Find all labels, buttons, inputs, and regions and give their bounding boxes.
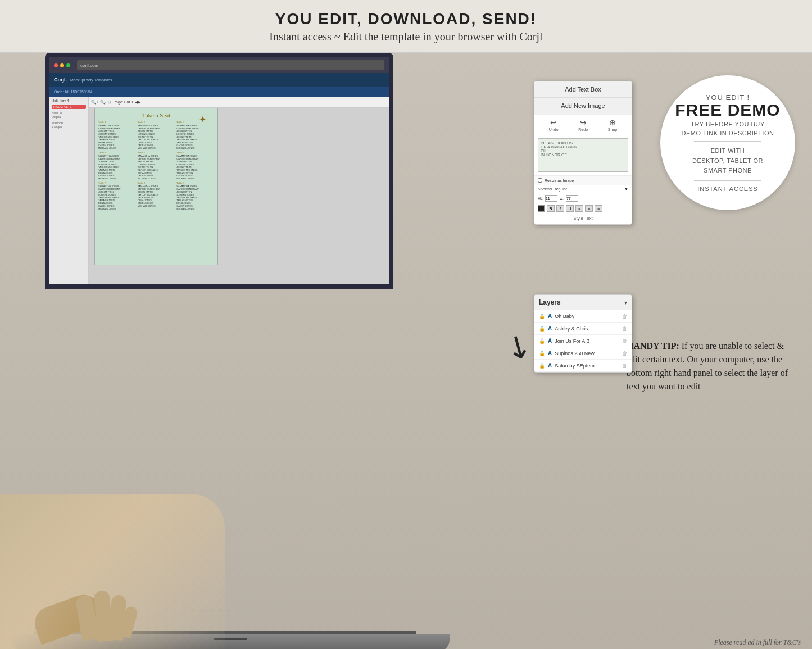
main-content: corjl.com Corjl. MockupParty Templates O… [0,53,812,649]
layer-item-ashley-chris[interactable]: 🔒 A Ashley & Chris 🗑 [534,323,632,335]
underline-icon[interactable]: U [566,205,574,212]
layer-item-oh-baby[interactable]: 🔒 A Oh Baby 🗑 [534,310,632,323]
demo-free-demo-label: FREE DEMO [675,102,780,119]
table-group-4: Table 4 SAMANTHA JONES CARRIE BRADSHAW J… [98,151,136,180]
arrows-btn[interactable]: ◀▶ [135,100,140,105]
bold-icon[interactable]: B [547,205,555,212]
handy-tip-title: HANDY TIP: [627,341,679,351]
layer-name-saturday: Saturday SEptem [555,363,619,369]
size-w-input[interactable] [566,195,578,202]
snap-icon: ⊕ [608,118,617,127]
font-arrow: ▼ [624,187,628,191]
font-row: Spectral Regular ▼ [534,185,632,193]
laptop-screen: corjl.com Corjl. MockupParty Templates O… [45,53,393,289]
size-inputs-row: Ht: w: [534,193,632,203]
align-right-icon[interactable]: ≡ [595,205,602,212]
layer-item-saturday[interactable]: 🔒 A Saturday SEptem 🗑 [534,360,632,372]
table-group-3: Table 3 SAMANTHA JONES CARRIE BRADSHAW J… [176,121,214,149]
size-h-label: Ht: [538,197,543,201]
layer-text-icon-2: A [548,325,552,332]
layer-text-icon-4: A [548,350,552,356]
table-group-2: Table 2 SAMANTHA JONES CARRIE BRADSHAW J… [138,121,175,149]
browser-url: corjl.com [80,63,98,68]
demo-try-before-label: TRY BEFORE YOU BUY [691,121,764,128]
redo-btn[interactable]: ↪ Redo [578,118,588,131]
sidebar-actions: Save ToOriginal At Proofs+ Pages [52,111,86,129]
zoom-in-btn[interactable]: 🔍+ [91,100,98,105]
editor-canvas-area: 🔍+ 🔍- ⊡ Page 1 of 1 ◀▶ Take a Seat ✦ [89,97,389,284]
italic-icon[interactable]: I [556,205,564,212]
table-group-9: Table 9 SAMANTHA JONES CARRIE BRADSHAW J… [176,181,214,210]
corjl-brand: MockupParty Templates [70,78,112,82]
align-center-icon[interactable]: ≡ [585,205,593,212]
zoom-out-btn[interactable]: 🔍- [100,100,106,105]
layers-panel-header: Layers ▾ [534,295,632,310]
color-row: B I U ≡ ≡ ≡ [534,203,632,214]
table-group-8: Table 8 SAMANTHA JONES CARRIE BRADSHAW J… [138,181,175,210]
layer-lock-icon: 🔒 [539,314,545,319]
layer-lock-icon-3: 🔒 [539,338,545,344]
demo-link-label: DEMO LINK IN DESCRIPTION [682,130,774,137]
corjl-editor: Corjl. MockupParty Templates Order Id: 1… [49,73,389,284]
browser-min-dot [60,63,64,67]
fairy-icon: ✦ [199,114,206,125]
free-demo-circle: YOU EDIT ! FREE DEMO TRY BEFORE YOU BUY … [660,75,795,210]
main-title: YOU EDIT, DOWNLOAD, SEND! [0,10,812,28]
font-style-icons: B I U ≡ ≡ ≡ [547,205,602,212]
layer-name-ashley-chris: Ashley & Chris [555,326,619,332]
seating-tables: Table 1 SAMANTHA JONES CARRIE BRADSHAW J… [98,121,214,210]
demo-divider-2 [694,180,761,181]
fit-btn[interactable]: ⊡ [108,100,111,105]
top-banner: YOU EDIT, DOWNLOAD, SEND! Instant access… [0,0,812,53]
layers-title: Layers [539,298,561,306]
corjl-order: Order Id: 1509750194 [54,90,93,94]
add-text-box-btn[interactable]: Add Text Box [534,81,632,98]
layer-text-icon-5: A [548,362,552,369]
font-name: Spectral Regular [538,187,622,191]
color-swatch[interactable] [538,205,545,212]
add-new-image-btn[interactable]: Add New Image [534,98,632,114]
editor-sidebar: Hold Item 4 INCOMPLETE Save ToOriginal A… [49,97,89,284]
layer-delete-join-us[interactable]: 🗑 [622,338,627,344]
layer-name-join-us: Join Us For A B [555,338,619,344]
panel-tools-row: ↩ Undo ↪ Redo ⊕ Snap [534,114,632,135]
layer-name-supinos: Supinos 250 New [555,351,619,356]
layer-delete-supinos[interactable]: 🗑 [622,351,627,356]
layer-name-oh-baby: Oh Baby [555,314,619,319]
table-group-6: Table 6 SAMANTHA JONES CARRIE BRADSHAW J… [176,151,214,180]
text-preview-content: PLEASE JOIN US F OR A BRIDAL BRUN CH IN … [541,141,625,157]
layer-delete-oh-baby[interactable]: 🗑 [622,314,627,319]
restore-row: Resize as Image [534,175,632,185]
align-left-icon[interactable]: ≡ [575,205,583,212]
undo-btn[interactable]: ↩ Undo [549,118,559,131]
restore-checkbox-row: Resize as Image [538,178,628,183]
layers-chevron-icon[interactable]: ▾ [624,299,627,306]
demo-edit-with-label: EDIT WITH DESKTOP, TABLET OR SMART PHONE [692,146,763,176]
text-preview-area[interactable]: PLEASE JOIN US F OR A BRIDAL BRUN CH IN … [538,138,628,172]
layer-lock-icon-2: 🔒 [539,326,545,332]
layer-text-icon: A [548,313,552,319]
size-w-label: w: [560,197,564,201]
browser-chrome: corjl.com [49,57,389,73]
order-info: Hold Item 4 [52,99,86,102]
corjl-side-panel: Add Text Box Add New Image ↩ Undo ↪ Redo… [534,81,632,225]
size-h-input[interactable] [545,195,557,202]
style-text-label: Style Text [573,216,593,221]
layer-lock-icon-5: 🔒 [539,363,545,369]
snap-btn[interactable]: ⊕ Snap [608,118,617,131]
sub-title: Instant access ~ Edit the template in yo… [0,30,812,43]
restore-checkbox[interactable] [538,178,542,183]
layer-delete-saturday[interactable]: 🗑 [622,363,627,369]
layer-item-supinos[interactable]: 🔒 A Supinos 250 New 🗑 [534,347,632,360]
editor-main: Hold Item 4 INCOMPLETE Save ToOriginal A… [49,97,389,284]
undo-icon: ↩ [549,118,559,127]
demo-instant-label: INSTANT ACCESS [697,185,758,192]
seating-chart-canvas: Take a Seat ✦ Table 1 SAMANTHA JONES CAR… [94,108,218,265]
table-group-7: Table 7 SAMANTHA JONES CARRIE BRADSHAW J… [98,181,136,210]
layer-item-join-us[interactable]: 🔒 A Join Us For A B 🗑 [534,335,632,347]
layer-delete-ashley-chris[interactable]: 🗑 [622,326,627,332]
layers-panel: Layers ▾ 🔒 A Oh Baby 🗑 🔒 A Ashley & Chri… [534,294,632,373]
corjl-logo: Corjl. [54,77,67,83]
footer-note: Please read ad in full for T&C's [714,638,801,647]
table-group-5: Table 5 SAMANTHA JONES CARRIE BRADSHAW J… [138,151,175,180]
